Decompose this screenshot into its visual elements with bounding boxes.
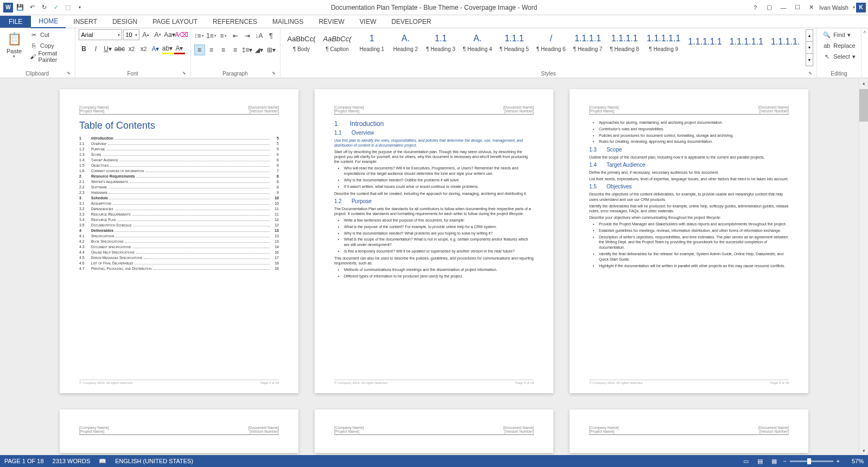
toc-entry[interactable]: 3.4Resource Plan12 bbox=[79, 217, 279, 222]
redo-icon[interactable]: ↻ bbox=[39, 3, 49, 12]
zoom-out-icon[interactable]: − bbox=[783, 458, 786, 464]
subscript-icon[interactable]: x2 bbox=[126, 43, 137, 54]
align-center-icon[interactable]: ≡ bbox=[206, 45, 217, 55]
highlight-icon[interactable]: ab▾ bbox=[162, 43, 173, 54]
change-case-icon[interactable]: Aa▾ bbox=[164, 29, 175, 40]
tab-view[interactable]: VIEW bbox=[352, 16, 384, 28]
toc-entry[interactable]: 3.3Resource Requirements11 bbox=[79, 212, 279, 216]
tab-design[interactable]: DESIGN bbox=[105, 16, 145, 28]
clear-format-icon[interactable]: A⌫ bbox=[176, 29, 187, 40]
cut-button[interactable]: ✂Cut bbox=[27, 29, 72, 40]
toc-entry[interactable]: 4.2Book Specifications13 bbox=[79, 239, 279, 243]
toc-entry[interactable]: 1.5Objectives6 bbox=[79, 163, 279, 167]
style-item[interactable]: 1.1.1.1¶ Heading 7 bbox=[570, 29, 607, 54]
style-item[interactable]: A.Heading 2 bbox=[389, 29, 423, 54]
style-item[interactable]: 1.1¶ Heading 3 bbox=[423, 29, 459, 54]
dialog-launcher-icon[interactable]: ⬊ bbox=[182, 71, 186, 75]
gallery-more-icon[interactable]: ▾ bbox=[806, 54, 813, 66]
scroll-down-icon[interactable]: ▾ bbox=[859, 446, 868, 455]
toc-entry[interactable]: 1.6Current sources of information7 bbox=[79, 168, 279, 173]
font-size-select[interactable]: 10 bbox=[123, 29, 139, 40]
scroll-thumb[interactable] bbox=[859, 89, 868, 122]
sort-icon[interactable]: ↓A bbox=[254, 30, 265, 41]
read-mode-icon[interactable]: ▭ bbox=[741, 457, 751, 465]
spellcheck-icon[interactable]: ✓ bbox=[51, 3, 61, 12]
user-avatar[interactable]: K bbox=[856, 3, 866, 12]
toc-entry[interactable]: 2.2Software8 bbox=[79, 185, 279, 189]
zoom-in-icon[interactable]: + bbox=[837, 458, 840, 464]
toc-entry[interactable]: 1.2Purpose5 bbox=[79, 147, 279, 151]
web-layout-icon[interactable]: ▦ bbox=[769, 457, 780, 465]
italic-icon[interactable]: I bbox=[91, 43, 101, 54]
line-spacing-icon[interactable]: ‡≡▾ bbox=[242, 45, 253, 55]
word-app-icon[interactable]: W bbox=[3, 3, 13, 12]
undo-icon[interactable]: ↶ bbox=[27, 3, 37, 12]
tab-developer[interactable]: DEVELOPER bbox=[384, 16, 438, 28]
decrease-indent-icon[interactable]: ⇤ bbox=[230, 30, 241, 41]
bold-icon[interactable]: B bbox=[79, 43, 90, 54]
shrink-font-icon[interactable]: A▾ bbox=[152, 29, 163, 40]
align-right-icon[interactable]: ≡ bbox=[218, 45, 229, 55]
multilevel-icon[interactable]: ≡▾ bbox=[218, 30, 229, 41]
style-item[interactable]: 1Heading 1 bbox=[355, 29, 389, 54]
toc-entry[interactable]: 1Introduction5 bbox=[79, 136, 279, 140]
font-family-select[interactable]: Arial bbox=[79, 29, 122, 40]
toc-entry[interactable]: 3Schedule10 bbox=[79, 195, 279, 200]
toc-entry[interactable]: 3.5Documentation Schedule12 bbox=[79, 223, 279, 227]
toc-entry[interactable]: 4.7Printing, Packaging, and Distribution… bbox=[79, 266, 279, 270]
toc-entry[interactable]: 1.3Scope6 bbox=[79, 152, 279, 156]
proof-icon[interactable]: 📖 bbox=[99, 458, 106, 465]
word-count[interactable]: 2313 WORDS bbox=[53, 458, 91, 464]
toc-entry[interactable]: 4.4Online Help Specifications16 bbox=[79, 250, 279, 254]
dialog-launcher-icon[interactable]: ⬊ bbox=[67, 71, 71, 75]
qat-more-icon[interactable]: ▾ bbox=[75, 3, 85, 12]
toc-entry[interactable]: 2.1Writer's requirements8 bbox=[79, 179, 279, 184]
borders-icon[interactable]: ⊞▾ bbox=[266, 45, 277, 55]
toc-entry[interactable]: 4Deliverables13 bbox=[79, 228, 279, 232]
format-painter-button[interactable]: 🖌Format Painter bbox=[27, 51, 72, 62]
tab-review[interactable]: REVIEW bbox=[311, 16, 352, 28]
tab-mailings[interactable]: MAILINGS bbox=[265, 16, 311, 28]
styles-gallery[interactable]: AaBbCc(¶ BodyAaBbCc(¶ Caption1Heading 1A… bbox=[284, 29, 804, 54]
help-icon[interactable]: ? bbox=[749, 2, 762, 13]
minimize-icon[interactable]: — bbox=[777, 2, 790, 13]
style-item[interactable]: 1.1.1.1.1¶ Heading 9 bbox=[643, 29, 684, 54]
style-item[interactable]: AaBbCc(¶ Caption bbox=[320, 29, 355, 54]
print-layout-icon[interactable]: ▤ bbox=[755, 457, 765, 465]
toc-entry[interactable]: 4.3Document specifications14 bbox=[79, 244, 279, 249]
style-item[interactable]: 1.1.1.1.1 bbox=[684, 33, 725, 51]
page-indicator[interactable]: PAGE 1 OF 18 bbox=[4, 458, 44, 464]
style-item[interactable]: /¶ Heading 6 bbox=[533, 29, 570, 54]
tab-file[interactable]: FILE bbox=[0, 16, 31, 28]
style-item[interactable]: 1.1.1.1. bbox=[767, 33, 803, 51]
tab-home[interactable]: HOME bbox=[31, 15, 66, 28]
shading-icon[interactable]: ◢▾ bbox=[254, 45, 265, 55]
save-icon[interactable]: 💾 bbox=[15, 3, 25, 12]
tab-insert[interactable]: INSERT bbox=[66, 16, 105, 28]
superscript-icon[interactable]: x2 bbox=[138, 43, 149, 54]
user-name[interactable]: Ivan Walsh bbox=[819, 4, 848, 11]
zoom-slider[interactable] bbox=[790, 460, 833, 462]
document-area[interactable]: [Company Name][Project Name][Document Na… bbox=[0, 78, 868, 455]
zoom-level[interactable]: 57% bbox=[843, 458, 864, 464]
bullets-icon[interactable]: ⁝≡▾ bbox=[194, 30, 205, 41]
style-item[interactable]: 1.1.1¶ Heading 5 bbox=[496, 29, 533, 54]
maximize-icon[interactable]: ☐ bbox=[791, 2, 804, 13]
language-indicator[interactable]: ENGLISH (UNITED STATES) bbox=[115, 458, 193, 464]
style-item[interactable]: AaBbCc(¶ Body bbox=[284, 29, 320, 54]
toc-entry[interactable]: 1.1Overview5 bbox=[79, 141, 279, 146]
text-effects-icon[interactable]: A▾ bbox=[150, 43, 161, 54]
font-color-icon[interactable]: A▾ bbox=[174, 43, 185, 54]
toc-entry[interactable]: 4.6List of Final Deliverables18 bbox=[79, 261, 279, 265]
replace-button[interactable]: abReplace bbox=[820, 40, 858, 51]
toc-entry[interactable]: 2Resource Requirements8 bbox=[79, 174, 279, 178]
toc-entry[interactable]: 3.1Assumptions10 bbox=[79, 201, 279, 205]
increase-indent-icon[interactable]: ⇥ bbox=[242, 30, 253, 41]
numbering-icon[interactable]: 1≡▾ bbox=[206, 30, 217, 41]
grow-font-icon[interactable]: A▴ bbox=[141, 29, 151, 40]
strikethrough-icon[interactable]: abc bbox=[114, 43, 125, 54]
show-marks-icon[interactable]: ¶ bbox=[266, 30, 277, 41]
close-icon[interactable]: ✕ bbox=[805, 2, 818, 13]
tab-references[interactable]: REFERENCES bbox=[205, 16, 265, 28]
gallery-up-icon[interactable]: ▴ bbox=[806, 30, 813, 42]
